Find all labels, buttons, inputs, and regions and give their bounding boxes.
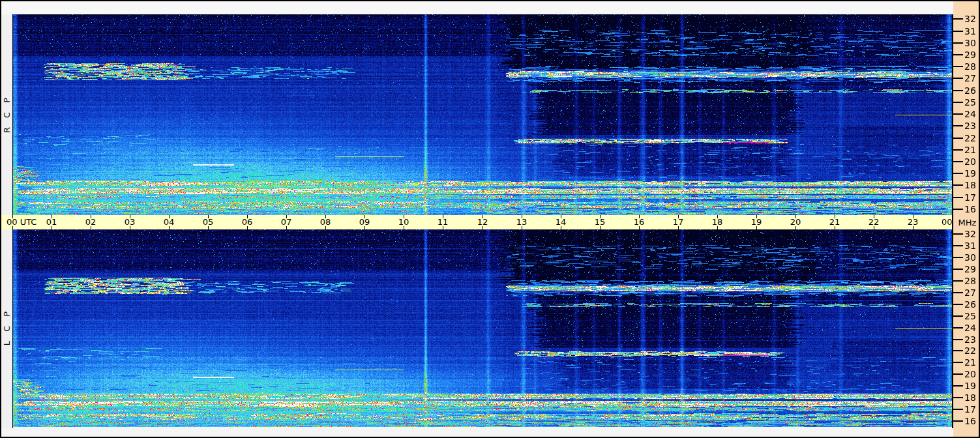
- time-tick-label: 09: [359, 218, 370, 227]
- freq-tick-label: 25: [964, 98, 978, 107]
- freq-tick: [953, 315, 963, 317]
- time-tick-label: 10: [398, 218, 409, 227]
- freq-tick-label: 26: [964, 300, 978, 309]
- time-tick-label: 02: [85, 218, 97, 227]
- freq-tick: [953, 209, 963, 210]
- freq-tick-label: 29: [964, 50, 978, 59]
- freq-tick: [953, 54, 963, 55]
- freq-tick: [953, 42, 963, 44]
- lcp-left-axis-line: [12, 229, 13, 428]
- freq-tick-label: 30: [964, 253, 978, 262]
- freq-tick-label: 24: [964, 323, 978, 332]
- freq-tick: [953, 161, 963, 162]
- freq-tick: [953, 197, 963, 198]
- freq-tick: [953, 373, 963, 375]
- time-tick-label: 15: [595, 218, 606, 227]
- freq-tick: [953, 397, 963, 398]
- freq-tick-label: 32: [964, 14, 978, 23]
- freq-tick-label: 17: [964, 405, 978, 414]
- freq-tick-label: 31: [964, 241, 978, 250]
- freq-tick-label: 23: [964, 121, 978, 130]
- freq-tick-label: 22: [964, 346, 978, 355]
- footer-strip: [3, 428, 952, 438]
- freq-tick-label: 23: [964, 335, 978, 344]
- mhz-unit-label: MHz: [955, 218, 980, 227]
- time-tick-label: 22: [869, 218, 880, 227]
- time-tick-label: 20: [790, 218, 801, 227]
- time-tick-label: 01: [46, 218, 57, 227]
- rcp-left-axis-line: [12, 14, 13, 215]
- freq-tick-label: 32: [964, 229, 978, 239]
- freq-tick: [953, 78, 963, 79]
- time-tick-label: 06: [242, 218, 253, 227]
- freq-tick-label: 16: [964, 205, 978, 214]
- time-tick-label: 12: [477, 218, 488, 227]
- freq-tick: [953, 362, 963, 363]
- freq-tick-label: 24: [964, 110, 978, 119]
- freq-tick: [953, 269, 963, 270]
- time-tick-label: 21: [829, 218, 840, 227]
- freq-tick-label: 16: [964, 416, 978, 426]
- freq-tick-label: 21: [964, 145, 978, 154]
- freq-tick-label: 28: [964, 276, 978, 285]
- time-tick-label: 14: [556, 218, 567, 227]
- freq-tick-label: 21: [964, 358, 978, 367]
- freq-tick-label: 22: [964, 134, 978, 143]
- freq-tick-label: 18: [964, 393, 978, 402]
- time-tick-label: 19: [751, 218, 762, 227]
- freq-tick: [953, 420, 963, 422]
- freq-tick: [953, 113, 963, 115]
- time-tick-label: 07: [281, 218, 292, 227]
- freq-tick: [953, 66, 963, 67]
- freq-tick: [953, 385, 963, 387]
- freq-tick-label: 28: [964, 62, 978, 71]
- freq-tick: [953, 31, 963, 32]
- time-tick-label: 23: [908, 218, 919, 227]
- freq-tick: [953, 245, 963, 246]
- freq-tick: [953, 102, 963, 103]
- freq-tick: [953, 327, 963, 328]
- freq-tick-label: 18: [964, 181, 978, 190]
- time-tick-label: 13: [516, 218, 527, 227]
- rcp-panel-label: R C P: [2, 91, 12, 137]
- time-tick-label: 16: [634, 218, 645, 227]
- time-tick-label: 05: [203, 218, 214, 227]
- spectrogram-rcp: [12, 14, 952, 215]
- freq-tick-label: 31: [964, 27, 978, 36]
- freq-tick-label: 27: [964, 288, 978, 297]
- frequency-axis-line: [952, 14, 953, 428]
- freq-tick: [953, 233, 963, 235]
- freq-tick: [953, 280, 963, 282]
- freq-tick: [953, 304, 963, 305]
- freq-tick: [953, 184, 963, 186]
- freq-tick: [953, 257, 963, 258]
- time-tick-label: 11: [438, 218, 449, 227]
- freq-tick: [953, 292, 963, 293]
- freq-tick-label: 30: [964, 38, 978, 48]
- time-tick-label: 17: [673, 218, 684, 227]
- app-window: AJ4CO Observatory 24 Jul 2014 - DPS on T…: [0, 0, 980, 438]
- time-tick-label: 04: [164, 218, 175, 227]
- freq-tick: [953, 149, 963, 151]
- freq-tick: [953, 90, 963, 91]
- freq-tick-label: 20: [964, 157, 978, 166]
- freq-tick: [953, 409, 963, 410]
- title-bar: AJ4CO Observatory 24 Jul 2014 - DPS on T…: [3, 1, 958, 14]
- freq-tick: [953, 339, 963, 340]
- freq-tick: [953, 138, 963, 139]
- time-tick-label: 00 UTC: [7, 218, 37, 227]
- freq-tick: [953, 350, 963, 351]
- time-axis-band: 00 UTC0102030405060708091011121314151617…: [1, 215, 953, 229]
- freq-tick-label: 17: [964, 193, 978, 202]
- freq-tick: [953, 125, 963, 126]
- spectrogram-lcp: [12, 229, 952, 427]
- time-tick-label: 03: [125, 218, 136, 227]
- freq-tick-label: 29: [964, 265, 978, 274]
- freq-tick-label: 25: [964, 312, 978, 321]
- freq-tick-label: 19: [964, 169, 978, 178]
- time-tick-label: 08: [320, 218, 331, 227]
- freq-tick-label: 26: [964, 86, 978, 95]
- freq-tick: [953, 18, 963, 20]
- freq-tick-label: 27: [964, 74, 978, 83]
- freq-tick-label: 20: [964, 370, 978, 379]
